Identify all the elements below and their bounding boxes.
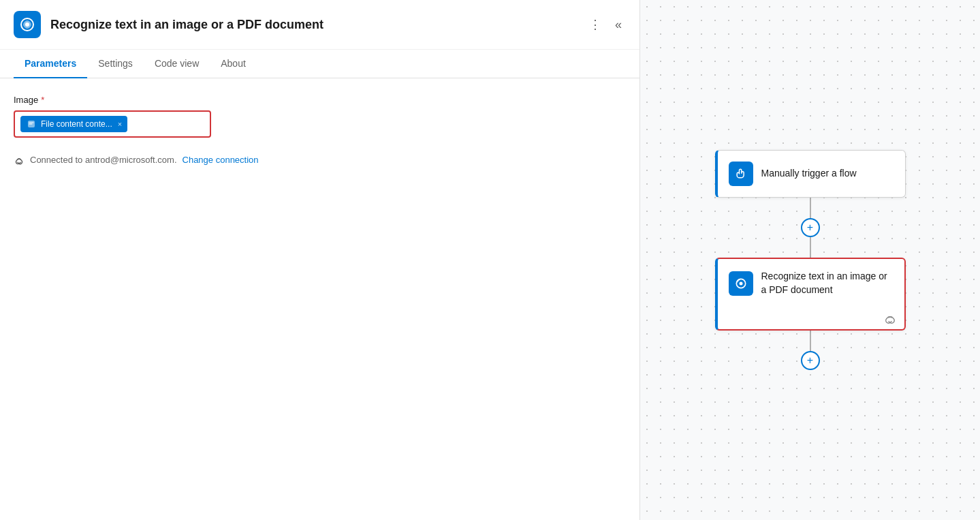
- tabs-bar: Parameters Settings Code view About: [0, 50, 639, 78]
- more-options-button[interactable]: ⋮: [585, 13, 605, 36]
- svg-point-1: [25, 22, 29, 27]
- trigger-svg-icon: [734, 167, 748, 181]
- action-node-svg-icon: [734, 277, 748, 290]
- connector-line-2: [810, 237, 811, 258]
- trigger-node-inner: Manually trigger a flow: [718, 151, 905, 197]
- change-connection-link[interactable]: Change connection: [183, 155, 259, 165]
- svg-point-4: [739, 281, 742, 285]
- panel-body: Image * File content conte... ×: [0, 78, 639, 520]
- required-indicator: *: [41, 95, 44, 105]
- flow-diagram: Manually trigger a flow +: [715, 150, 906, 370]
- add-step-button-2[interactable]: +: [801, 351, 820, 370]
- connector-2: +: [801, 331, 820, 370]
- tab-code-view[interactable]: Code view: [144, 50, 210, 78]
- header-actions: ⋮ «: [585, 13, 626, 36]
- trigger-node-icon: [729, 162, 753, 186]
- trigger-node[interactable]: Manually trigger a flow: [715, 150, 906, 198]
- action-node[interactable]: Recognize text in an image or a PDF docu…: [715, 258, 906, 331]
- right-panel: Manually trigger a flow +: [640, 0, 980, 520]
- image-field-label: Image *: [14, 95, 626, 105]
- file-content-token: File content conte... ×: [20, 116, 127, 132]
- panel-title: Recognize text in an image or a PDF docu…: [50, 18, 575, 32]
- token-text: File content conte...: [41, 119, 112, 129]
- connector-line-1: [810, 198, 811, 218]
- action-node-footer: [718, 307, 904, 329]
- action-node-inner: Recognize text in an image or a PDF docu…: [718, 259, 904, 307]
- action-svg-icon: [19, 16, 35, 33]
- chain-icon: [884, 311, 896, 324]
- connector-1: +: [801, 198, 820, 258]
- connection-text: Connected to antrod@microsoft.com.: [30, 155, 177, 165]
- image-input-container[interactable]: File content conte... ×: [14, 110, 211, 138]
- chevrons-icon: «: [615, 18, 622, 32]
- connection-link-icon: [14, 154, 25, 165]
- add-step-button-1[interactable]: +: [801, 218, 820, 237]
- connection-info: Connected to antrod@microsoft.com. Chang…: [14, 154, 626, 165]
- image-field-group: Image * File content conte... ×: [14, 95, 626, 138]
- trigger-node-label: Manually trigger a flow: [761, 167, 857, 181]
- tab-settings[interactable]: Settings: [87, 50, 144, 78]
- action-node-label: Recognize text in an image or a PDF docu…: [761, 270, 894, 296]
- connector-line-3: [810, 331, 811, 351]
- panel-header: Recognize text in an image or a PDF docu…: [0, 0, 639, 50]
- action-icon: [14, 11, 41, 38]
- token-icon: [26, 119, 37, 129]
- action-node-icon: [729, 271, 753, 296]
- token-svg: [27, 120, 35, 128]
- left-panel: Recognize text in an image or a PDF docu…: [0, 0, 640, 520]
- more-dots-icon: ⋮: [589, 17, 601, 32]
- tab-parameters[interactable]: Parameters: [14, 50, 87, 78]
- tab-about[interactable]: About: [210, 50, 257, 78]
- token-close-button[interactable]: ×: [118, 120, 122, 128]
- collapse-button[interactable]: «: [611, 14, 626, 36]
